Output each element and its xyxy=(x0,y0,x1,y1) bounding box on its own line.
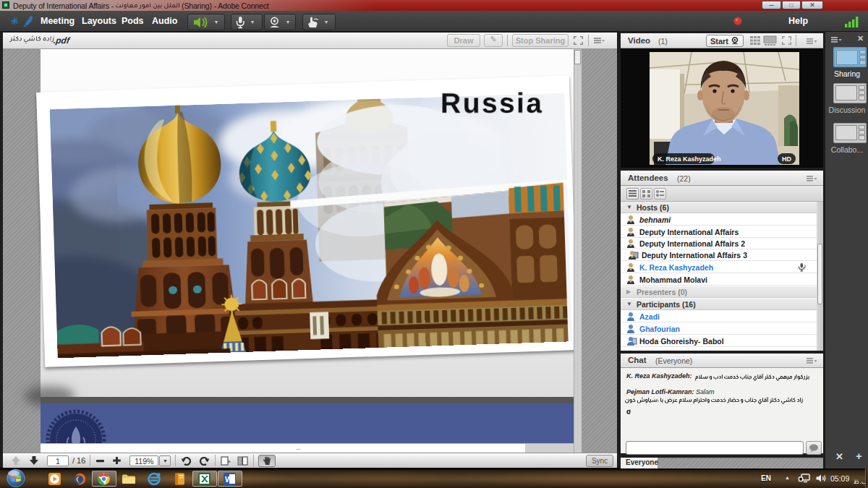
svg-text:K. Reza Kashyzadeh: K. Reza Kashyzadeh xyxy=(658,155,721,163)
svg-text:HD: HD xyxy=(782,155,791,163)
svg-text:W: W xyxy=(225,475,233,484)
